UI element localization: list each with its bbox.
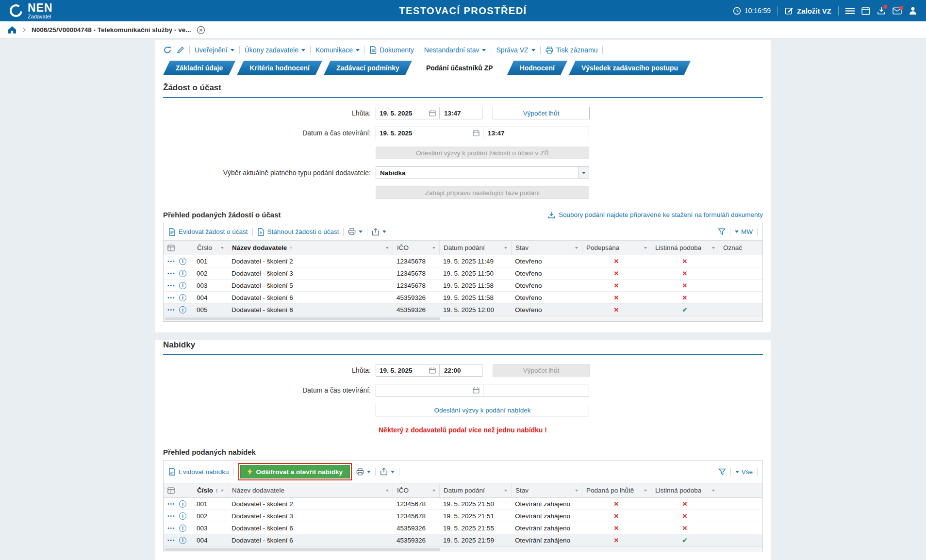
- filter-caret-icon[interactable]: [221, 247, 224, 249]
- zahajit-pripravu-button[interactable]: Zahájit přípravu následující fáze podání: [376, 186, 589, 199]
- evidovat-zadost-button[interactable]: Evidovat žádost o účast: [168, 228, 248, 236]
- export-table-button[interactable]: [372, 228, 386, 236]
- filter-caret-icon[interactable]: [712, 247, 715, 249]
- horizontal-scrollbar[interactable]: [164, 546, 762, 552]
- filter-caret-icon[interactable]: [432, 490, 435, 492]
- odeslani-vyzvy-nabidek-button[interactable]: Odeslání výzvy k podání nabídek: [376, 404, 589, 416]
- vypocet-lhut-button-disabled[interactable]: Výpočet lhůt: [493, 364, 590, 377]
- filter-caret-icon[interactable]: [504, 490, 507, 492]
- filter-caret-icon[interactable]: [221, 490, 224, 492]
- nen-logo[interactable]: NEN Zadavatel: [9, 2, 53, 19]
- col-header-ico[interactable]: IČO: [393, 241, 439, 255]
- info-icon[interactable]: [179, 258, 186, 265]
- odsifrovat-button[interactable]: Odšifrovat a otevřít nabídky: [240, 465, 350, 478]
- chevron-down-icon[interactable]: [359, 231, 363, 233]
- evidovat-nabidku-button[interactable]: Evidovat nabídku: [168, 468, 229, 476]
- view-selector[interactable]: MW: [735, 228, 753, 235]
- chevron-down-icon[interactable]: [382, 231, 386, 233]
- print-record-button[interactable]: Tisk záznamu: [546, 46, 598, 54]
- odeslani-vyzvy-zadosti-button[interactable]: Odeslání výzvy k podání žádostí o účast …: [376, 147, 589, 159]
- info-icon[interactable]: [179, 512, 186, 520]
- table-row[interactable]: 003 Dodavatel - školení 6 45359326 19. 5…: [164, 522, 762, 534]
- table-row[interactable]: 002 Dodavatel - školení 3 12345678 19. 5…: [164, 267, 762, 280]
- menu-komunikace[interactable]: Komunikace: [315, 46, 360, 54]
- home-icon[interactable]: [8, 26, 17, 34]
- menu-dokumenty[interactable]: Dokumenty: [370, 46, 414, 54]
- filter-caret-icon[interactable]: [432, 247, 435, 249]
- col-header-listinna[interactable]: Listinná podoba: [651, 241, 719, 255]
- col-header-datum[interactable]: Datum podání: [439, 483, 511, 497]
- col-header-podepsana[interactable]: Podepsána: [582, 241, 651, 255]
- col-header-cislo[interactable]: Číslo: [193, 241, 228, 255]
- info-icon[interactable]: [179, 525, 186, 532]
- row-menu-icon[interactable]: [167, 295, 175, 300]
- table-row[interactable]: 001 Dodavatel - školení 2 12345678 19. 5…: [164, 498, 762, 510]
- filter-caret-icon[interactable]: [644, 490, 647, 492]
- user-icon[interactable]: [909, 6, 917, 15]
- table-row[interactable]: 002 Dodavatel - školení 3 12345678 19. 5…: [164, 510, 762, 522]
- otevirani-time-value[interactable]: 13:47: [483, 127, 589, 139]
- menu-ukony-zadavatele[interactable]: Úkony zadavatele: [245, 46, 305, 54]
- filter-icon[interactable]: [718, 468, 726, 476]
- tab-hodnoceni[interactable]: Hodnocení: [507, 61, 567, 75]
- calendar-icon[interactable]: [473, 130, 480, 136]
- lhuta-date-value[interactable]: 19. 5. 2025: [380, 367, 426, 374]
- stahnout-zadosti-button[interactable]: Stáhnout žádosti o účast: [257, 228, 339, 236]
- lhuta-datetime-input[interactable]: 19. 5. 2025 13:47: [376, 107, 482, 119]
- vypocet-lhut-button[interactable]: Výpočet lhůt: [493, 107, 590, 119]
- nabidky-lhuta-datetime-input[interactable]: 19. 5. 2025 22:00: [376, 364, 482, 377]
- col-header-cislo[interactable]: Číslo: [193, 483, 228, 497]
- calendar-icon[interactable]: [861, 6, 870, 15]
- table-row[interactable]: 004 Dodavatel - školení 6 45359326 19. 5…: [164, 292, 762, 304]
- breadcrumb-item[interactable]: N006/25/V00004748 - Telekomunikační služ…: [32, 26, 191, 33]
- table-row[interactable]: 004 Dodavatel - školení 6 45359326 19. 5…: [164, 534, 762, 546]
- filter-icon[interactable]: [718, 228, 726, 235]
- tab-kriteria-hodnoceni[interactable]: Kritéria hodnocení: [237, 61, 322, 75]
- col-header-podana-po-lhute[interactable]: Podaná po lhůtě: [582, 483, 651, 497]
- print-table-button[interactable]: [356, 468, 371, 476]
- row-menu-icon[interactable]: [167, 501, 175, 507]
- otevirani-date-value[interactable]: 19. 5. 2025: [380, 130, 470, 137]
- lhuta-time-value[interactable]: 13:47: [439, 107, 482, 119]
- col-header-stav[interactable]: Stav: [511, 241, 582, 255]
- row-menu-icon[interactable]: [167, 513, 175, 519]
- lhuta-time-value[interactable]: 22:00: [439, 364, 482, 376]
- tab-zadavaci-podminky[interactable]: Zadávací podmínky: [324, 61, 412, 75]
- info-icon[interactable]: [179, 270, 186, 277]
- col-header-ico[interactable]: IČO: [393, 483, 439, 497]
- row-menu-icon[interactable]: [167, 307, 175, 313]
- row-menu-icon[interactable]: [167, 526, 175, 531]
- table-row[interactable]: 001 Dodavatel - školení 2 12345678 19. 5…: [164, 255, 762, 267]
- filter-caret-icon[interactable]: [504, 247, 507, 249]
- menu-nestandardni-stav[interactable]: Nestandardní stav: [424, 46, 486, 54]
- col-header-listinna[interactable]: Listinná podoba: [651, 483, 719, 497]
- menu-sprava-vz[interactable]: Správa VZ: [496, 46, 535, 54]
- table-row[interactable]: 005 Dodavatel - školení 6 45359326 19. 5…: [164, 304, 762, 316]
- filter-caret-icon[interactable]: [712, 490, 715, 492]
- tab-vysledek[interactable]: Výsledek zadávacího postupu: [569, 61, 691, 75]
- col-header-stav[interactable]: Stav: [511, 483, 582, 497]
- info-icon[interactable]: [179, 294, 186, 301]
- soubory-podani-link[interactable]: Soubory podání najdete připravené ke sta…: [547, 211, 763, 219]
- col-header-oznac[interactable]: Označ: [719, 241, 762, 255]
- column-settings-icon[interactable]: [167, 487, 175, 494]
- chevron-down-icon[interactable]: [367, 471, 371, 473]
- filter-caret-icon[interactable]: [644, 247, 647, 249]
- refresh-icon[interactable]: [163, 46, 172, 54]
- filter-caret-icon[interactable]: [386, 247, 389, 249]
- column-settings-icon[interactable]: [167, 245, 175, 251]
- filter-caret-icon[interactable]: [575, 247, 578, 249]
- typ-podani-select[interactable]: Nabídka: [376, 166, 589, 179]
- create-vz-button[interactable]: Založit VZ: [785, 6, 831, 15]
- col-header-nazev[interactable]: Název dodavatele: [228, 241, 393, 255]
- print-table-button[interactable]: [348, 228, 363, 235]
- horizontal-scrollbar[interactable]: [164, 316, 762, 321]
- row-menu-icon[interactable]: [167, 271, 175, 276]
- table-row[interactable]: 003 Dodavatel - školení 5 12345678 19. 5…: [164, 280, 762, 292]
- view-selector[interactable]: Vše: [735, 468, 753, 476]
- calendar-icon[interactable]: [429, 110, 436, 116]
- calendar-icon[interactable]: [473, 387, 480, 394]
- menu-icon[interactable]: [845, 7, 855, 15]
- info-icon[interactable]: [179, 282, 186, 289]
- row-menu-icon[interactable]: [167, 259, 175, 264]
